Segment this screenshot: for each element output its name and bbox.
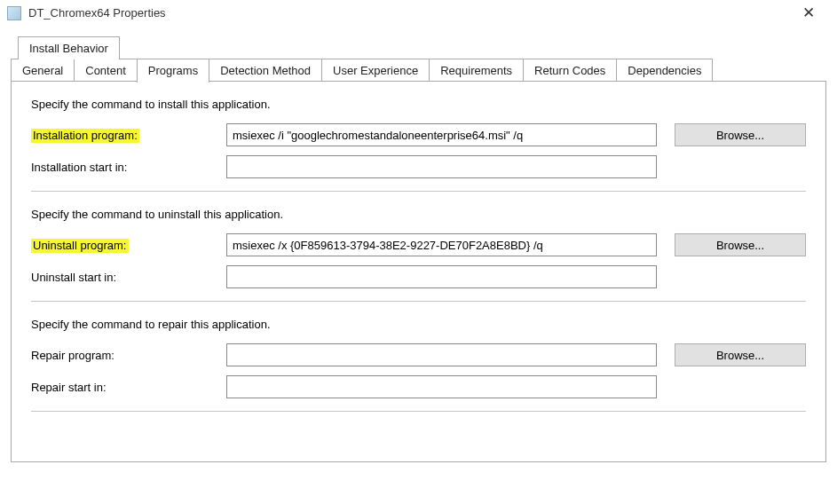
repair-program-label: Repair program: — [31, 349, 217, 362]
install-section-desc: Specify the command to install this appl… — [31, 98, 806, 111]
uninstall-program-browse-button[interactable]: Browse... — [675, 233, 806, 256]
close-button[interactable]: ✕ — [791, 5, 826, 20]
window-title: DT_Chromex64 Properties — [28, 6, 166, 20]
uninstall-program-input[interactable] — [226, 233, 657, 256]
tab-content[interactable]: Content — [74, 59, 138, 82]
tab-requirements[interactable]: Requirements — [429, 59, 524, 82]
tab-programs[interactable]: Programs — [137, 59, 209, 83]
installation-program-browse-button[interactable]: Browse... — [675, 123, 806, 146]
repair-startin-input[interactable] — [226, 375, 657, 398]
uninstall-program-label: Uninstall program: — [31, 239, 217, 252]
uninstall-startin-label: Uninstall start in: — [31, 271, 217, 284]
repair-program-input[interactable] — [226, 343, 657, 366]
installation-program-input[interactable] — [226, 123, 657, 146]
app-icon — [7, 6, 21, 20]
tab-user-experience[interactable]: User Experience — [321, 59, 430, 82]
repair-startin-label: Repair start in: — [31, 381, 217, 394]
uninstall-section-desc: Specify the command to uninstall this ap… — [31, 208, 806, 221]
installation-program-label: Installation program: — [31, 129, 217, 142]
section-divider — [31, 191, 806, 192]
titlebar: DT_Chromex64 Properties ✕ — [0, 0, 837, 26]
tab-general[interactable]: General — [11, 59, 75, 82]
repair-section-desc: Specify the command to repair this appli… — [31, 318, 806, 331]
repair-program-browse-button[interactable]: Browse... — [675, 343, 806, 366]
installation-startin-input[interactable] — [226, 155, 657, 178]
tab-install-behavior[interactable]: Install Behavior — [18, 36, 120, 59]
section-divider — [31, 301, 806, 302]
section-divider — [31, 411, 806, 412]
uninstall-startin-input[interactable] — [226, 265, 657, 288]
tab-dependencies[interactable]: Dependencies — [616, 59, 713, 82]
tab-row-lower: General Content Programs Detection Metho… — [11, 59, 826, 82]
tab-panel-programs: Specify the command to install this appl… — [11, 81, 826, 462]
tab-return-codes[interactable]: Return Codes — [523, 59, 617, 82]
tab-row-upper: Install Behavior — [18, 36, 826, 59]
tab-detection-method[interactable]: Detection Method — [209, 59, 322, 82]
installation-startin-label: Installation start in: — [31, 161, 217, 174]
